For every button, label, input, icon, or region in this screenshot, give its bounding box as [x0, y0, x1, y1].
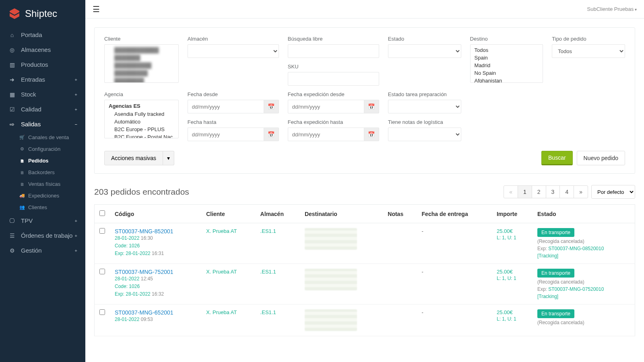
sidebar-item-entradas[interactable]: ➜Entradas+: [0, 72, 85, 87]
sidebar-item-productos[interactable]: ▥Productos: [0, 57, 85, 72]
sub-label: Configuración: [28, 146, 60, 152]
sub-expediciones[interactable]: 🚚Expediciones: [4, 190, 85, 202]
status-exp: Exp: ST00037-MNG-08520010: [537, 246, 630, 251]
calendar-icon[interactable]: 📅: [264, 128, 279, 141]
cliente-select[interactable]: ████████████████████████████████████████…: [104, 44, 179, 83]
order-date: 28-01-2022 09:53: [115, 316, 196, 323]
destino-opt[interactable]: No Spain: [471, 69, 543, 77]
th-codigo: Código: [110, 205, 201, 223]
sub-clientes[interactable]: 👥Clientes: [4, 202, 85, 213]
new-order-button[interactable]: Nuevo pedido: [577, 151, 625, 165]
brand-text: Shiptec: [25, 8, 57, 19]
destino-select[interactable]: Todos Spain Madrid No Spain Afghanistan: [470, 44, 543, 83]
agencia-opt[interactable]: B2C Europe - PPLUS: [105, 125, 178, 133]
sidebar-item-almacenes[interactable]: ◎Almacenes: [0, 42, 85, 57]
sidebar-item-tpv[interactable]: 🖵TPV+: [0, 213, 85, 228]
fecha-exp-hasta-input[interactable]: [288, 128, 364, 141]
order-code-link[interactable]: ST00037-MNG-752001: [115, 269, 196, 275]
nav-label: Stock: [21, 91, 36, 98]
sub-pedidos[interactable]: 🗎Pedidos: [4, 155, 85, 167]
nav-label: Portada: [21, 31, 42, 38]
cliente-cell: X. Prueba AT: [206, 309, 237, 315]
sidebar-item-portada[interactable]: ⌂Portada: [0, 27, 85, 42]
page-3[interactable]: 3: [546, 186, 560, 198]
page-prev[interactable]: «: [504, 186, 518, 198]
sidebar-item-salidas[interactable]: ⇨Salidas−: [0, 117, 85, 132]
order-code-link[interactable]: ST00037-MNG-652001: [115, 309, 196, 316]
hamburger-icon[interactable]: ☰: [93, 4, 100, 14]
sub-backorders[interactable]: 🗎Backorders: [4, 167, 85, 178]
select-all-checkbox[interactable]: [99, 210, 105, 216]
user-menu[interactable]: SubCliente Pruebas: [587, 6, 637, 12]
tracking-link[interactable]: [Tracking]: [537, 253, 558, 259]
destinatario-redacted: [305, 269, 357, 290]
calendar-icon[interactable]: 📅: [364, 128, 379, 141]
row-checkbox[interactable]: [99, 269, 105, 274]
destino-opt[interactable]: Todos: [471, 46, 543, 54]
list-icon: ☰: [8, 232, 16, 239]
fecha-hasta-input[interactable]: [188, 128, 264, 141]
sidebar-item-calidad[interactable]: ☑Calidad+: [0, 102, 85, 117]
agencia-select[interactable]: Agencias ES Asendia Fully tracked Automá…: [104, 100, 179, 138]
estado-tarea-select[interactable]: [388, 100, 461, 113]
plus-icon: +: [75, 218, 77, 223]
exp-link[interactable]: ST00037-MNG-08520010: [548, 246, 604, 251]
sidebar-item-ordenes[interactable]: ☰Órdenes de trabajo+: [0, 228, 85, 243]
row-checkbox[interactable]: [99, 309, 105, 315]
agencia-opt[interactable]: Asendia Fully tracked: [105, 110, 178, 118]
agencia-opt[interactable]: Automático: [105, 118, 178, 125]
destino-opt[interactable]: Spain: [471, 54, 543, 62]
page-next[interactable]: »: [574, 186, 588, 198]
search-button[interactable]: Buscar: [541, 151, 573, 165]
label-sku: SKU: [288, 64, 379, 70]
agencia-group: Agencias ES: [105, 102, 178, 110]
destino-opt[interactable]: Afghanistan: [471, 77, 543, 83]
page-4[interactable]: 4: [560, 186, 574, 198]
label-fecha-desde: Fecha desde: [188, 91, 279, 97]
fecha-exp-desde-input[interactable]: [288, 100, 364, 113]
label-fecha-hasta: Fecha hasta: [188, 119, 279, 125]
table-row: ST00037-MNG-652001 28-01-2022 09:53 X. P…: [95, 304, 635, 336]
status-sub1: (Recogida cancelada): [537, 279, 630, 285]
sidebar-item-gestion[interactable]: ⚙Gestión+: [0, 243, 85, 258]
status-badge: En transporte: [537, 228, 574, 237]
estado-select[interactable]: [388, 44, 461, 58]
page-1[interactable]: 1: [518, 186, 532, 198]
file-icon: 🗎: [19, 158, 25, 163]
row-checkbox[interactable]: [99, 228, 105, 234]
sidebar-item-stock[interactable]: ▦Stock+: [0, 87, 85, 102]
label-estado-tarea: Estado tarea preparación: [388, 91, 461, 97]
pagination: « 1 2 3 4 »: [504, 185, 588, 198]
destino-opt[interactable]: Madrid: [471, 62, 543, 69]
bulk-actions-caret[interactable]: ▾: [163, 151, 174, 165]
th-notas: Notas: [383, 205, 417, 223]
sub-config[interactable]: ⚙Configuración: [4, 143, 85, 155]
th-destinatario: Destinatario: [300, 205, 383, 223]
th-fecha: Fecha de entrega: [417, 205, 492, 223]
entrega-cell: -: [417, 223, 492, 264]
sub-ventas[interactable]: 🗎Ventas físicas: [4, 178, 85, 190]
main-area: ☰ SubCliente Pruebas Cliente ███████████…: [85, 0, 644, 362]
busqueda-input[interactable]: [288, 44, 379, 58]
content: Cliente ████████████████████████████████…: [85, 19, 644, 345]
sub-canales[interactable]: 🛒Canales de venta: [4, 132, 85, 143]
sku-input[interactable]: [288, 72, 379, 86]
sort-select[interactable]: Por defecto: [591, 185, 635, 199]
tipo-select[interactable]: Todos: [552, 44, 625, 58]
bulk-actions-button[interactable]: Acciones masivas: [104, 151, 163, 165]
calendar-icon[interactable]: 📅: [364, 100, 379, 113]
tracking-link[interactable]: [Tracking]: [537, 294, 558, 299]
exp-link[interactable]: ST00037-MNG-07520010: [548, 286, 604, 292]
calendar-icon[interactable]: 📅: [264, 100, 279, 113]
entrega-cell: -: [417, 304, 492, 336]
bulk-actions: Acciones masivas ▾: [104, 151, 174, 165]
notas-log-select[interactable]: [388, 128, 461, 141]
fecha-desde-input[interactable]: [188, 100, 264, 113]
label-fecha-exp-desde: Fecha expedición desde: [288, 91, 379, 97]
order-code2: Code: 1026: [115, 242, 196, 250]
order-code-link[interactable]: ST00037-MNG-852001: [115, 228, 196, 234]
lu-cell: L: 1, U: 1: [497, 234, 528, 242]
page-2[interactable]: 2: [532, 186, 546, 198]
agencia-opt[interactable]: B2C Europe - Postal Nac.: [105, 133, 178, 138]
almacen-select[interactable]: [188, 44, 279, 58]
